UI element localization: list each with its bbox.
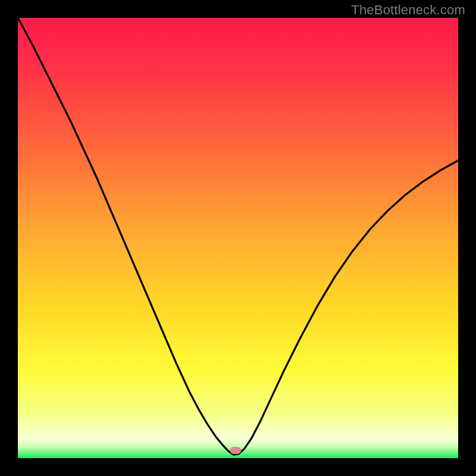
min-marker bbox=[230, 447, 241, 454]
gradient-rect bbox=[18, 18, 458, 458]
watermark-text: TheBottleneck.com bbox=[351, 2, 465, 18]
bottleneck-plot bbox=[18, 18, 458, 458]
chart-frame: TheBottleneck.com bbox=[0, 0, 476, 476]
